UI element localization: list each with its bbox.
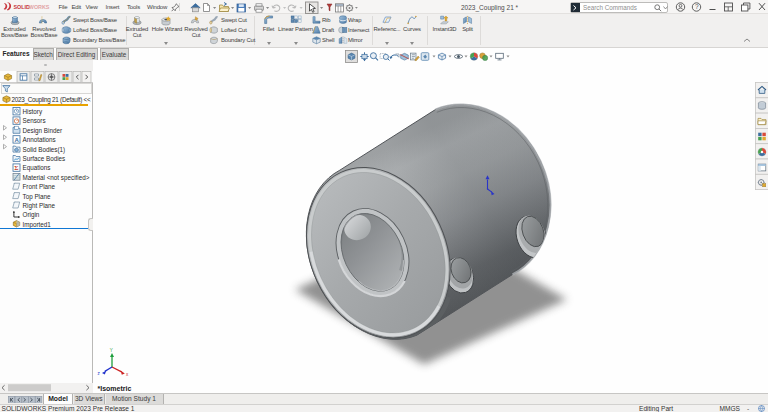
svg-text:SOLID: SOLID — [14, 4, 31, 10]
svg-text:z: z — [98, 371, 101, 376]
svg-text:x: x — [126, 371, 129, 376]
svg-text:Σ: Σ — [14, 164, 18, 171]
svg-text:?: ? — [695, 3, 699, 10]
svg-text:A: A — [15, 137, 20, 143]
svg-text:WORKS: WORKS — [29, 4, 50, 10]
svg-text:Y: Y — [110, 348, 113, 353]
